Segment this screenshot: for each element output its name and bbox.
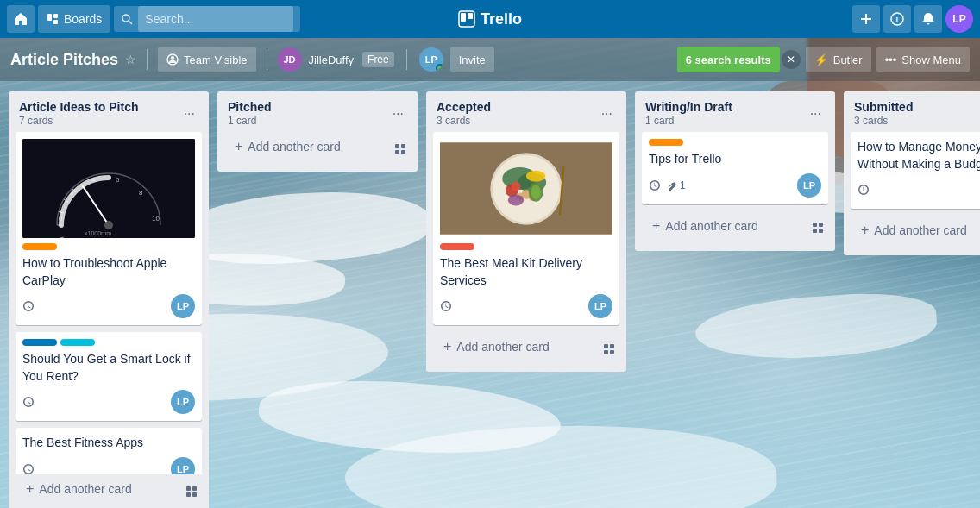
card-image-mealkit (440, 139, 612, 238)
list-writing-draft: Writing/In Draft 1 card ··· Tips for Tre… (635, 91, 835, 251)
watch-badge-mealkit (440, 300, 452, 312)
add-card-footer-pitched: + Add another card (217, 132, 418, 172)
card-label-orange-carplay (22, 243, 57, 250)
top-nav: Boards Trello i (0, 0, 980, 38)
search-input[interactable] (138, 6, 293, 32)
list-menu-button-writing-draft[interactable]: ··· (807, 104, 825, 123)
divider3 (406, 49, 407, 70)
notifications-button[interactable] (914, 5, 942, 33)
card-label-red-mealkit (440, 243, 474, 250)
list-cards-accepted: The Best Meal Kit Delivery Services LP (426, 132, 626, 332)
card-badges-money (858, 184, 870, 196)
invite-label: Invite (459, 53, 486, 66)
add-card-footer-writing-draft: + Add another card (635, 211, 835, 251)
attachment-count-tips: 1 (680, 179, 686, 191)
card-title-smartlock: Should You Get a Smart Lock if You Rent? (22, 351, 195, 385)
svg-rect-0 (47, 14, 52, 21)
svg-text:8: 8 (139, 189, 143, 197)
card-avatar-carplay[interactable]: LP (171, 294, 195, 318)
svg-rect-57 (604, 344, 608, 348)
card-mealkit[interactable]: The Best Meal Kit Delivery Services LP (433, 132, 619, 325)
attachment-badge-tips: 1 (666, 179, 686, 191)
watch-badge-money (858, 184, 870, 196)
add-card-template-button-accepted[interactable] (599, 339, 619, 362)
svg-text:4: 4 (91, 176, 96, 184)
card-badges-mealkit (440, 300, 452, 312)
svg-rect-62 (819, 223, 823, 227)
svg-rect-36 (186, 492, 191, 497)
header-divider (147, 49, 148, 70)
list-menu-button-accepted[interactable]: ··· (598, 104, 616, 123)
svg-rect-1 (53, 14, 58, 18)
boards-button[interactable]: Boards (38, 5, 110, 33)
list-article-ideas: Article Ideas to Pitch 7 cards ··· (9, 91, 209, 508)
add-card-template-button-pitched[interactable] (390, 139, 411, 162)
list-menu-button-pitched[interactable]: ··· (389, 104, 407, 123)
add-card-button-pitched[interactable]: + Add another card (228, 135, 386, 158)
svg-point-3 (122, 15, 129, 22)
card-badges-carplay (22, 300, 35, 312)
svg-rect-39 (401, 144, 405, 148)
card-avatar-mealkit[interactable]: LP (588, 294, 612, 318)
list-submitted: Submitted 3 cards ··· How to Manage Mone… (844, 91, 980, 255)
add-button[interactable] (852, 5, 880, 33)
list-count-article-ideas: 7 cards (19, 115, 180, 127)
add-card-button-article-ideas[interactable]: + Add another card (19, 478, 178, 500)
svg-text:x1000rpm: x1000rpm (85, 230, 111, 237)
card-badges-tips: 1 (649, 179, 686, 191)
add-card-button-accepted[interactable]: + Add another card (437, 336, 595, 358)
svg-rect-61 (813, 223, 817, 227)
user-avatar[interactable]: LP (945, 5, 973, 33)
svg-point-48 (511, 182, 520, 191)
card-footer-money: LP (858, 178, 980, 202)
list-cards-writing-draft: Tips for Trello 1 LP (635, 132, 835, 211)
add-card-template-button-article-ideas[interactable] (181, 481, 202, 505)
list-cards-article-ideas: 0 2 4 6 8 10 x1000rpm How to Troubleshoo… (9, 132, 209, 474)
add-card-footer-submitted: + Add another card (844, 216, 980, 255)
card-title-carplay: How to Troubleshoot Apple CarPlay (22, 255, 195, 289)
card-avatar-smartlock[interactable]: LP (171, 390, 195, 414)
butler-button[interactable]: ⚡ Butler (806, 47, 871, 72)
add-card-template-button-writing-draft[interactable] (807, 217, 828, 241)
card-fitness[interactable]: The Best Fitness Apps LP (16, 428, 202, 474)
list-header-accepted: Accepted 3 cards ··· (426, 91, 626, 132)
logo-text: Trello (481, 10, 522, 28)
card-avatar-fitness[interactable]: LP (171, 457, 195, 474)
search-results-label: 6 search results (686, 53, 771, 66)
info-button[interactable]: i (883, 5, 911, 33)
search-results-close-button[interactable]: ✕ (782, 50, 801, 69)
card-carplay[interactable]: 0 2 4 6 8 10 x1000rpm How to Troubleshoo… (16, 132, 202, 325)
list-header-submitted: Submitted 3 cards ··· (844, 91, 980, 132)
svg-rect-63 (813, 229, 817, 233)
add-card-button-submitted[interactable]: + Add another card (854, 219, 980, 241)
card-money[interactable]: How to Manage Money Better Without Makin… (851, 132, 980, 209)
add-card-button-writing-draft[interactable]: + Add another card (645, 215, 804, 237)
home-button[interactable] (7, 5, 35, 33)
board-content: Article Ideas to Pitch 7 cards ··· (0, 81, 980, 508)
add-card-footer-accepted: + Add another card (426, 332, 626, 372)
member-avatar-lp[interactable]: LP (419, 47, 443, 72)
list-header-pitched: Pitched 1 card ··· (217, 91, 418, 132)
card-footer-tips: 1 LP (649, 173, 821, 198)
list-title-writing-draft: Writing/In Draft (645, 100, 807, 114)
trello-logo: Trello (458, 10, 522, 28)
card-avatar-tips[interactable]: LP (797, 173, 821, 198)
member-avatar-jilleduffy[interactable]: JD (278, 47, 302, 72)
show-menu-button[interactable]: ••• Show Menu (876, 47, 970, 72)
add-card-label-article-ideas: Add another card (39, 482, 131, 496)
add-card-label-accepted: Add another card (456, 340, 549, 354)
visibility-button[interactable]: Team Visible (158, 47, 255, 72)
add-card-label-submitted: Add another card (874, 223, 966, 237)
svg-text:10: 10 (152, 215, 160, 223)
card-tips-trello[interactable]: Tips for Trello 1 LP (642, 132, 828, 204)
card-smartlock[interactable]: Should You Get a Smart Lock if You Rent?… (16, 332, 202, 421)
card-image-carplay: 0 2 4 6 8 10 x1000rpm (22, 139, 195, 238)
svg-text:2: 2 (70, 189, 74, 197)
svg-rect-6 (461, 13, 466, 22)
board-star-button[interactable]: ☆ (125, 53, 136, 66)
invite-button[interactable]: Invite (450, 47, 494, 72)
svg-point-13 (171, 56, 174, 60)
header-divider2 (267, 49, 267, 70)
search-results-button[interactable]: 6 search results (677, 47, 780, 72)
list-menu-button-article-ideas[interactable]: ··· (180, 104, 198, 123)
